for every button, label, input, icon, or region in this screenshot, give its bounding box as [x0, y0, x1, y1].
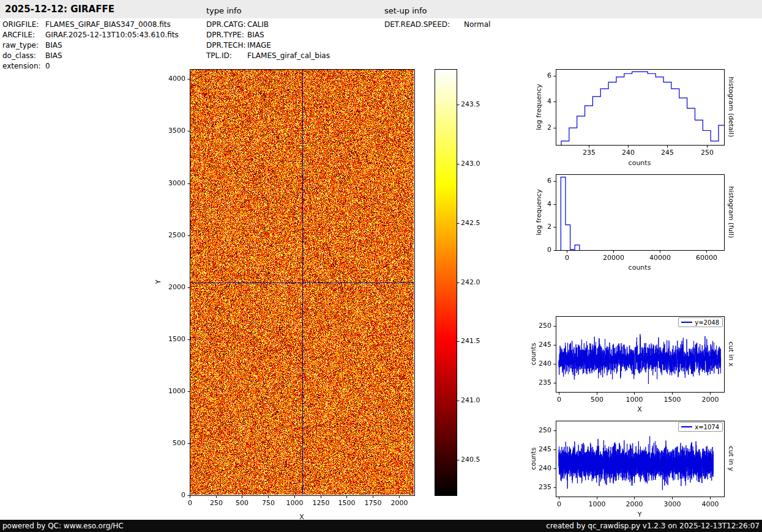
- cut-x-legend-label: y=2048: [695, 319, 719, 326]
- metadata-key: DPR.CATG:: [206, 20, 247, 29]
- cut-y-legend-label: x=1074: [695, 424, 719, 430]
- metadata-row-dprtech: DPR.TECH:IMAGE: [206, 41, 271, 50]
- cut-x-y-axis-label: counts: [529, 343, 537, 366]
- cut-y-right-label: cut in y: [727, 446, 735, 471]
- hist-full-right-label: histogram (full): [727, 187, 735, 238]
- metadata-key: ORIGFILE:: [2, 20, 45, 29]
- metadata-value: FLAMES_GIRAF_BIAS347_0008.fits: [45, 20, 171, 29]
- metadata-value: BIAS: [45, 41, 62, 50]
- metadata-row-extension: extension:0: [2, 62, 50, 70]
- hist-detail-y-axis-label: log frequency: [535, 84, 543, 130]
- colorbar-canvas: [431, 63, 487, 519]
- metadata-value: 0: [45, 62, 50, 70]
- setup-info-heading: set-up info: [384, 6, 427, 15]
- metadata-value: GIRAF.2025-12-13T10:05:43.610.fits: [45, 31, 179, 39]
- footer-powered-by: powered by QC: www.eso.org/HC: [2, 520, 124, 532]
- metadata-value: Normal: [464, 20, 490, 29]
- metadata-key: ARCFILE:: [2, 31, 45, 39]
- cut-y-legend: x=1074: [678, 422, 723, 432]
- metadata-value: BIAS: [45, 51, 62, 60]
- cut-x-legend: y=2048: [678, 317, 723, 327]
- metadata-key: TPL.ID:: [206, 51, 247, 60]
- qc-report-page: 2025-12-12: GIRAFFE type info set-up inf…: [0, 0, 762, 532]
- metadata-row-dprcatg: DPR.CATG:CALIB: [206, 20, 269, 29]
- metadata-row-rawtype: raw_type:BIAS: [2, 41, 62, 50]
- metadata-row-doclass: do_class:BIAS: [2, 51, 62, 60]
- cut-y-y-axis-label: counts: [529, 448, 537, 470]
- cut-x-x-axis-label: X: [637, 405, 642, 413]
- metadata-key: do_class:: [2, 51, 45, 60]
- histogram-detail-canvas: [525, 63, 730, 168]
- type-info-heading: type info: [206, 6, 242, 15]
- footer-created-by: created by qc_rawdisp.py v1.2.3 on 2025-…: [546, 520, 760, 532]
- metadata-value: IMAGE: [247, 41, 271, 50]
- metadata-value: BIAS: [247, 31, 264, 39]
- bias-image-canvas: [164, 63, 428, 519]
- metadata-row-dprtype: DPR.TYPE:BIAS: [206, 31, 264, 39]
- legend-line-icon: [681, 322, 692, 323]
- metadata-value: CALIB: [247, 20, 269, 29]
- metadata-key: raw_type:: [2, 41, 45, 50]
- metadata-row-tplid: TPL.ID:FLAMES_giraf_cal_bias: [206, 51, 330, 60]
- cut-y-x-axis-label: Y: [638, 511, 642, 519]
- metadata-key: DPR.TECH:: [206, 41, 247, 50]
- histogram-full-canvas: [525, 168, 730, 273]
- hist-full-x-axis-label: counts: [629, 264, 651, 272]
- main-y-axis-label: Y: [154, 280, 162, 284]
- legend-line-icon: [681, 426, 692, 427]
- page-title: 2025-12-12: GIRAFFE: [5, 4, 114, 15]
- header-bar: 2025-12-12: GIRAFFE type info set-up inf…: [0, 0, 762, 18]
- footer-bar: powered by QC: www.eso.org/HC created by…: [0, 520, 762, 532]
- metadata-row-readspeed: DET.READ.SPEED:Normal: [384, 20, 490, 29]
- metadata-row-arcfile: ARCFILE:GIRAF.2025-12-13T10:05:43.610.fi…: [2, 31, 179, 39]
- metadata-key: DET.READ.SPEED:: [384, 20, 464, 29]
- hist-detail-right-label: histogram (detail): [727, 77, 735, 138]
- metadata-key: DPR.TYPE:: [206, 31, 247, 39]
- metadata-value: FLAMES_giraf_cal_bias: [247, 51, 330, 60]
- hist-detail-x-axis-label: counts: [629, 159, 651, 167]
- cut-x-right-label: cut in x: [727, 342, 735, 367]
- hist-full-y-axis-label: log frequency: [535, 189, 543, 235]
- metadata-key: extension:: [2, 62, 45, 70]
- metadata-row-origfile: ORIGFILE:FLAMES_GIRAF_BIAS347_0008.fits: [2, 20, 171, 29]
